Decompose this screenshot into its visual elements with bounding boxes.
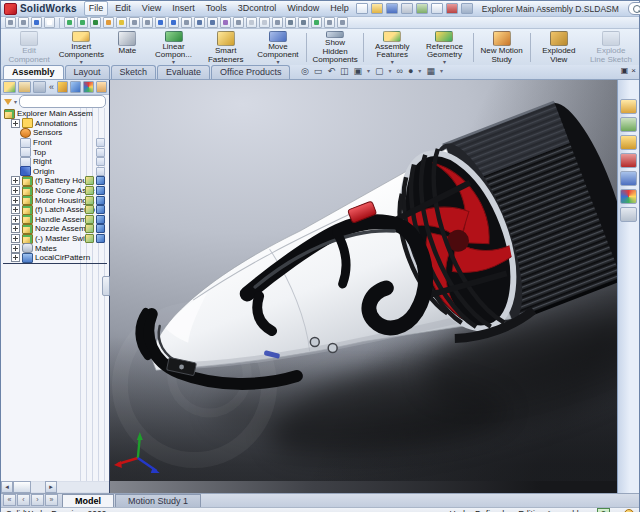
display-style-icon[interactable]: ▢ [375, 66, 384, 76]
exploded-view-button[interactable]: Exploded View [533, 30, 585, 65]
panel-splitter-handle[interactable] [102, 276, 110, 296]
quick-tips-icon[interactable]: ? [597, 508, 610, 512]
tree-item-motor-housing[interactable]: Motor Housing A [1, 195, 109, 205]
toolbar-icon[interactable] [272, 17, 283, 28]
toolbar-icon[interactable] [64, 17, 75, 28]
scroll-track[interactable] [31, 482, 45, 492]
toolbar-icon[interactable] [155, 17, 166, 28]
toolbar-icon[interactable] [31, 17, 42, 28]
expand-icon[interactable] [11, 176, 20, 185]
graphics-viewport[interactable] [110, 80, 617, 481]
tab-sketch[interactable]: Sketch [111, 65, 157, 79]
display-pane-icon-3[interactable] [83, 81, 94, 93]
filter-funnel-icon[interactable] [4, 99, 12, 105]
solidworks-search-icon[interactable] [620, 153, 637, 168]
zoom-area-icon[interactable]: ▭ [314, 66, 323, 76]
dropdown-icon[interactable]: ▾ [418, 68, 421, 74]
scroll-right-icon[interactable]: ▸ [45, 481, 57, 493]
toggle-icon[interactable] [446, 3, 458, 14]
menu-help[interactable]: Help [326, 2, 353, 15]
tree-item-battery-housing[interactable]: (f) Battery Hous [1, 176, 109, 186]
tree-item-front-plane[interactable]: Front [1, 138, 109, 148]
expand-icon[interactable] [11, 253, 20, 262]
tree-item-root[interactable]: Explorer Main Assem [1, 109, 109, 119]
sea-scooter-model[interactable] [110, 80, 617, 481]
undo-icon[interactable] [416, 3, 428, 14]
expand-icon[interactable] [11, 186, 20, 195]
options-icon[interactable] [461, 3, 473, 14]
open-icon[interactable] [371, 3, 383, 14]
tree-item-handle-assembly[interactable]: Handle Assembl [1, 215, 109, 225]
toolbar-icon[interactable] [259, 17, 270, 28]
toolbar-icon[interactable] [90, 17, 101, 28]
tree-item-mates[interactable]: Mates [1, 243, 109, 253]
zoom-fit-icon[interactable]: ◎ [301, 66, 309, 76]
solidworks-resources-icon[interactable] [620, 99, 637, 114]
design-library-icon[interactable] [620, 117, 637, 132]
expand-icon[interactable] [11, 215, 20, 224]
menu-view[interactable]: View [138, 2, 165, 15]
tree-item-top-plane[interactable]: Top [1, 147, 109, 157]
smart-fasteners-button[interactable]: Smart Fasteners [200, 30, 252, 65]
insert-components-button[interactable]: Insert Components ▾ [55, 30, 107, 65]
toolbar-icon[interactable] [168, 17, 179, 28]
panel-horizontal-scrollbar[interactable]: ◂ ▸ [1, 481, 110, 493]
file-explorer-icon[interactable] [620, 135, 637, 150]
search-box[interactable]: ▾ [628, 2, 640, 15]
toolbar-icon[interactable] [311, 17, 322, 28]
dropdown-icon[interactable]: ▾ [388, 68, 391, 74]
display-pane-icon-1[interactable] [57, 81, 68, 93]
toolbar-icon[interactable] [207, 17, 218, 28]
toolbar-icon[interactable] [337, 17, 348, 28]
menu-insert[interactable]: Insert [168, 2, 199, 15]
linear-component-pattern-button[interactable]: Linear Compon... ▾ [147, 30, 199, 65]
expand-icon[interactable] [11, 205, 20, 214]
show-hidden-components-button[interactable]: Show Hidden Components [309, 30, 361, 65]
assembly-features-button[interactable]: Assembly Features ▾ [366, 30, 418, 65]
toolbar-icon[interactable] [5, 17, 16, 28]
hide-show-items-icon[interactable]: ∞ [397, 66, 403, 76]
toolbar-icon[interactable] [233, 17, 244, 28]
view-palette-icon[interactable] [620, 171, 637, 186]
rollback-bar[interactable] [3, 263, 107, 264]
document-restore-button[interactable]: ▣ [621, 66, 629, 75]
tab-office-products[interactable]: Office Products [211, 65, 290, 79]
explode-line-sketch-button[interactable]: Explode Line Sketch [585, 30, 637, 65]
tab-layout[interactable]: Layout [65, 65, 110, 79]
mate-button[interactable]: Mate [107, 30, 147, 65]
dropdown-icon[interactable]: ▾ [14, 99, 17, 105]
toolbar-icon[interactable] [220, 17, 231, 28]
reference-geometry-button[interactable]: Reference Geometry ▾ [418, 30, 470, 65]
tree-item-nozzle-assembly[interactable]: Nozzle Assembl [1, 224, 109, 234]
toolbar-icon[interactable] [194, 17, 205, 28]
new-document-icon[interactable] [356, 3, 368, 14]
previous-view-icon[interactable]: ↶ [327, 66, 335, 76]
scroll-left-icon[interactable]: ◂ [1, 481, 13, 493]
tab-evaluate[interactable]: Evaluate [157, 65, 210, 79]
save-icon[interactable] [386, 3, 398, 14]
tree-item-sensors[interactable]: Sensors [1, 128, 109, 138]
display-pane-icon-2[interactable] [70, 81, 81, 93]
display-pane-icon-4[interactable] [96, 81, 107, 93]
toolbar-icon[interactable] [246, 17, 257, 28]
toolbar-icon[interactable] [129, 17, 140, 28]
expand-icon[interactable] [11, 244, 20, 253]
dropdown-icon[interactable]: ▾ [440, 68, 443, 74]
tree-item-nose-cone[interactable]: Nose Cone Asse [1, 186, 109, 196]
tab-model[interactable]: Model [62, 494, 114, 507]
tab-scroll-prev-icon[interactable]: ‹ [17, 494, 30, 506]
section-view-icon[interactable]: ◫ [340, 66, 349, 76]
filter-input[interactable] [19, 95, 106, 108]
toolbar-icon[interactable] [324, 17, 335, 28]
toolbar-icon[interactable] [285, 17, 296, 28]
select-arrow-icon[interactable] [44, 17, 55, 28]
tree-item-annotations[interactable]: Annotations [1, 119, 109, 129]
apply-scene-icon[interactable]: ▦ [426, 66, 435, 76]
new-motion-study-button[interactable]: New Motion Study [476, 30, 528, 65]
tab-assembly[interactable]: Assembly [3, 65, 64, 79]
expand-icon[interactable] [11, 224, 20, 233]
menu-file[interactable]: File [84, 1, 109, 16]
toolbar-icon[interactable] [181, 17, 192, 28]
menu-edit[interactable]: Edit [111, 2, 135, 15]
expand-icon[interactable] [11, 119, 20, 128]
